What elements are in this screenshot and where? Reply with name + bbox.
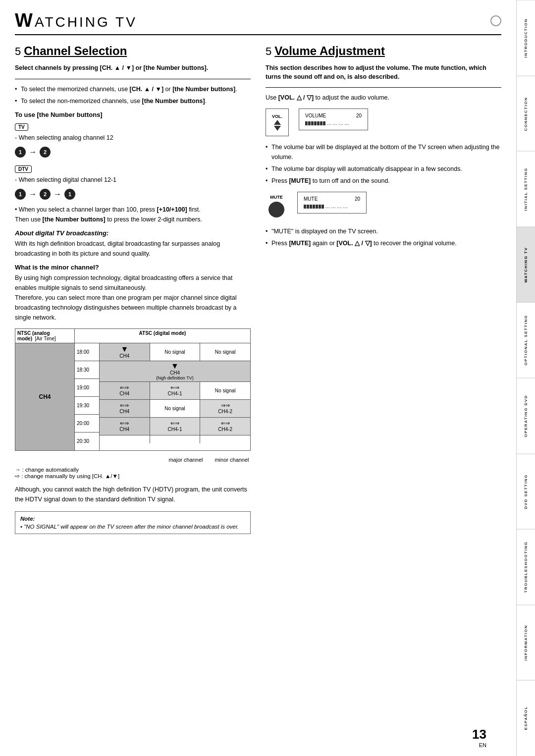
about-digital-text: With its high definition broadcast, digi… <box>15 239 251 259</box>
ntsc-header: NTSC (analog mode) [Air Time] <box>15 329 75 343</box>
time-1930: 19:30 <box>75 397 99 415</box>
atsc-cell-nosig-r1a: No signal <box>150 343 201 361</box>
channel-selection-section: 5 Channel Selection Select channels by p… <box>15 44 251 534</box>
arrow-right-icon: → <box>29 148 37 157</box>
num-1: 1 <box>15 147 26 158</box>
divider-2 <box>266 87 501 88</box>
atsc-row-1: ▼ CH4 No signal No signal <box>100 343 250 361</box>
sidebar-item-optional-setting: OPTIONAL SETTING <box>517 302 535 378</box>
horiz-arrows-r3b: ⇐⇒ <box>170 384 179 391</box>
atsc-cell-ch42-r4: ⇒⇒ CH4-2 <box>200 400 250 417</box>
horiz-arrows-r5a: ⇐⇒ <box>120 420 129 427</box>
page-number: 13 <box>472 727 486 742</box>
time-2030: 20:30 <box>75 432 99 450</box>
chart-labels: major channel minor channel <box>15 457 251 463</box>
atsc-cell-nosig-r1b: No signal <box>200 343 250 361</box>
volume-adjustment-section: 5 Volume Adjustment This section describ… <box>266 44 501 534</box>
sidebar-item-troubleshooting: TROUBLESHOOTING <box>517 529 535 605</box>
legend-auto: → : change automatically <box>15 467 251 473</box>
atsc-col: ▼ CH4 No signal No signal ▼ CH4 <box>100 343 250 450</box>
vol-screen: VOLUME 20 <box>299 108 368 130</box>
channel-bullets: To select the memorized channels, use [C… <box>15 84 251 106</box>
sidebar-item-operating-dvd: OPERATING DVD <box>517 378 535 454</box>
vol-bar-filled <box>305 121 325 125</box>
minor-channel-heading: What is the minor channel? <box>15 264 251 271</box>
d-num-2: 2 <box>40 189 51 200</box>
header-circle <box>490 15 501 26</box>
mute-bar-label: MUTE 20 <box>304 196 360 202</box>
d-num-1: 1 <box>15 189 26 200</box>
page-header: WATCHING TV <box>15 10 501 35</box>
mute-bar-filled <box>304 205 324 209</box>
digital-channel-diagram: 1 → 2 → 1 <box>15 189 251 200</box>
horiz-arrows-r5c: ⇐⇒ <box>221 420 230 427</box>
atsc-row-2: ▼ CH4 (high definition TV) <box>100 361 250 382</box>
vol-button-box: VOL. <box>266 108 289 136</box>
analog-channel-diagram: 1 → 2 <box>15 147 251 158</box>
atsc-cell-ch41-r3: ⇐⇒ CH4-1 <box>150 382 201 399</box>
page-en-label: EN <box>472 742 486 748</box>
atsc-cell-ch41-r5: ⇐⇒ CH4-1 <box>150 418 201 435</box>
page-title: WATCHING TV <box>15 10 137 31</box>
atsc-header: ATSC (digital mode) <box>75 329 250 343</box>
channel-chart: NTSC (analog mode) [Air Time] ATSC (digi… <box>15 328 251 451</box>
time-2000: 20:00 <box>75 415 99 432</box>
atsc-cell-ch4-hd: ▼ CH4 (high definition TV) <box>100 361 250 381</box>
arrow-down-1: ▼ <box>120 345 128 353</box>
tv-badge: TV <box>15 123 28 131</box>
atsc-cell-ch4-r4: ⇐⇒ CH4 <box>100 400 150 417</box>
legend-manual: ⇨ : change manually by using [CH. ▲/▼] <box>15 473 251 480</box>
atsc-cell-r6a <box>100 435 150 443</box>
num-2: 2 <box>40 147 51 158</box>
atsc-row-6 <box>100 435 250 443</box>
horiz-arrows-r4b: ⇒⇒ <box>221 402 230 409</box>
sidebar-item-dvd-setting: DVD SETTING <box>517 454 535 530</box>
analog-channel-label: - When selecting analog channel 12 <box>15 133 251 143</box>
horiz-arrows-r3a: ⇐⇒ <box>120 384 129 391</box>
time-1900: 19:00 <box>75 379 99 397</box>
note-text: • "NO SIGNAL" will appear on the TV scre… <box>20 524 245 530</box>
sidebar-item-initial-setting: INITIAL SETTING <box>517 151 535 227</box>
horiz-arrows-r5b: ⇐⇒ <box>170 420 179 427</box>
divider-1 <box>15 79 251 79</box>
atsc-cell-ch4-r3: ⇐⇒ CH4 <box>100 382 150 399</box>
atsc-cell-nosig-r4: No signal <box>150 400 201 417</box>
sidebar-item-espanol: ESPAÑOL <box>517 680 535 756</box>
volume-section-number: 5 <box>266 45 271 58</box>
d-arrow-1: → <box>29 190 37 199</box>
atsc-cell-ch4-r1: ▼ CH4 <box>100 343 150 361</box>
mute-bullets: "MUTE" is displayed on the TV screen. Pr… <box>266 226 501 248</box>
atsc-cell-r6b <box>150 435 201 443</box>
note-title: Note: <box>20 516 245 522</box>
mute-button-box: MUTE <box>266 192 287 220</box>
vol-button-label: VOL. <box>272 114 282 119</box>
dtv-badge: DTV <box>15 165 32 173</box>
atsc-cell-ch42-r5: ⇐⇒ CH4-2 <box>200 418 250 435</box>
sidebar-item-watching-tv: WATCHING TV <box>517 227 535 303</box>
channel-section-title: Channel Selection <box>24 44 127 58</box>
vol-bar-empty-dots: ………… <box>326 120 350 126</box>
d-arrow-2: → <box>54 190 61 199</box>
atsc-cell-r6c <box>200 435 250 443</box>
d-num-1b: 1 <box>64 189 75 200</box>
page-footer: 13 EN <box>472 727 486 748</box>
note-box: Note: • "NO SIGNAL" will appear on the T… <box>15 511 251 534</box>
channel-subtitle: Select channels by pressing [CH. ▲ / ▼] … <box>15 64 251 73</box>
digital-channel-label: - When selecting digital channel 12-1 <box>15 175 251 185</box>
time-1830: 18:30 <box>75 361 99 379</box>
vol-bar-label: VOLUME 20 <box>305 113 362 118</box>
hdtv-text: Although, you cannot watch the high defi… <box>15 485 251 504</box>
time-col: 18:00 18:30 19:00 19:30 20:00 20:30 <box>75 343 100 450</box>
mute-button-circle <box>268 202 284 217</box>
mute-diagram: MUTE MUTE 20 <box>266 192 501 220</box>
sidebar-item-connection: CONNECTION <box>517 76 535 152</box>
larger-channel-text: • When you select a channel larger than … <box>15 205 251 224</box>
major-channel-label: major channel <box>159 457 213 463</box>
volume-subtitle: This section describes how to adjust the… <box>266 64 501 81</box>
to-use-number-buttons-heading: To use [the Number buttons] <box>15 111 251 118</box>
atsc-row-3: ⇐⇒ CH4 ⇐⇒ CH4-1 No signal <box>100 382 250 400</box>
atsc-row-5: ⇐⇒ CH4 ⇐⇒ CH4-1 ⇐⇒ CH4-2 <box>100 418 250 435</box>
channel-section-number: 5 <box>15 45 21 58</box>
vol-down-triangle <box>274 126 281 131</box>
mute-screen: MUTE 20 <box>297 192 367 214</box>
